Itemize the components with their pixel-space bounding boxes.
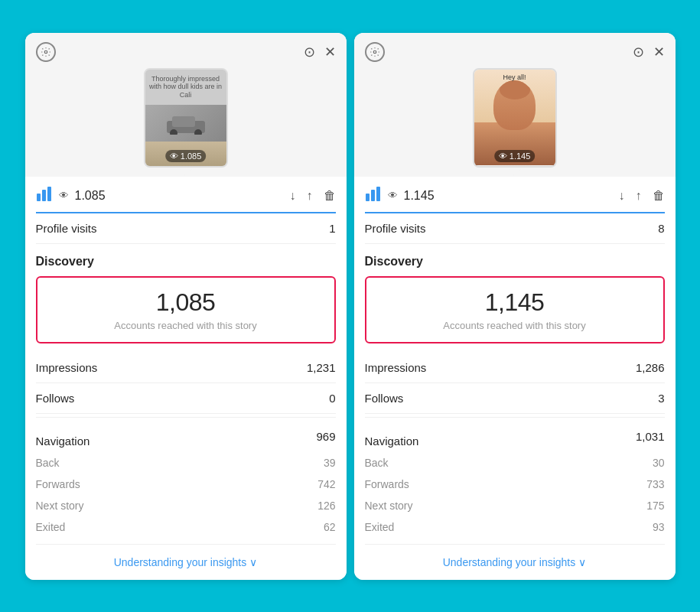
impressions-value-2: 1,286 — [636, 361, 665, 374]
header-actions-2: ⊙ ✕ — [633, 44, 665, 60]
insights-link-text-1: Understanding your insights — [114, 556, 247, 568]
nav-forwards-label-1: Forwards — [36, 478, 80, 490]
delete-action-icon-2[interactable]: 🗑 — [653, 189, 665, 203]
chevron-down-icon-2: ∨ — [578, 556, 586, 568]
discovery-box-1: 1,085 Accounts reached with this story — [36, 276, 336, 343]
thumb-pointer-2 — [507, 168, 523, 177]
navigation-total-row-1: Navigation 969 — [36, 417, 336, 452]
eye-icon-1: 👁 — [59, 190, 69, 201]
profile-visits-value-1: 1 — [329, 222, 335, 235]
view-count-1: 1.085 — [75, 189, 106, 203]
nav-back-value-1: 39 — [324, 457, 336, 469]
nav-nextstory-label-1: Next story — [36, 500, 84, 512]
impressions-row-1: Impressions 1,231 — [36, 353, 336, 383]
stat-header-row-2: 👁 1.145 ↓ ↑ 🗑 — [365, 177, 665, 213]
story-card-1: ⊙ ✕ Thoroughly impressed with how dull k… — [25, 33, 347, 580]
insights-link-2[interactable]: Understanding your insights ∨ — [443, 556, 587, 568]
thumb-views-1: 👁 1.085 — [165, 150, 207, 162]
card-body-2: 👁 1.145 ↓ ↑ 🗑 Profile visits 8 Discovery… — [354, 177, 676, 580]
nav-forwards-row-2: Forwards 733 — [365, 474, 665, 495]
main-wrapper: ⊙ ✕ Thoroughly impressed with how dull k… — [10, 18, 691, 595]
nav-nextstory-value-2: 175 — [646, 500, 664, 512]
discovery-number-2: 1,145 — [374, 288, 656, 317]
nav-nextstory-row-2: Next story 175 — [365, 495, 665, 516]
nav-exited-value-2: 93 — [653, 521, 665, 533]
download-icon-2[interactable]: ⊙ — [633, 44, 644, 60]
card-header-1: ⊙ ✕ Thoroughly impressed with how dull k… — [25, 33, 347, 177]
navigation-label-1: Navigation — [36, 426, 90, 448]
navigation-total-row-2: Navigation 1,031 — [365, 417, 665, 452]
navigation-label-2: Navigation — [365, 426, 419, 448]
thumb-caption-1: Thoroughly impressed with how dull kids … — [145, 70, 226, 106]
eye-icon-2: 👁 — [388, 190, 398, 201]
download-action-icon-1[interactable]: ↓ — [290, 189, 296, 203]
bar-chart-icon-1 — [36, 186, 53, 206]
discovery-title-1: Discovery — [36, 244, 336, 276]
header-icons-2: ⊙ ✕ — [365, 42, 665, 62]
discovery-label-2: Accounts reached with this story — [374, 320, 656, 331]
follows-row-1: Follows 0 — [36, 383, 336, 414]
discovery-label-1: Accounts reached with this story — [45, 320, 327, 331]
delete-action-icon-1[interactable]: 🗑 — [324, 189, 336, 203]
download-icon-1[interactable]: ⊙ — [304, 44, 315, 60]
nav-back-row-1: Back 39 — [36, 452, 336, 474]
navigation-value-2: 1,031 — [636, 430, 665, 443]
action-icons-1: ↓ ↑ 🗑 — [290, 189, 336, 203]
svg-point-0 — [44, 50, 47, 54]
insights-footer-1: Understanding your insights ∨ — [36, 544, 336, 580]
person-face — [493, 80, 536, 130]
insights-link-1[interactable]: Understanding your insights ∨ — [114, 556, 258, 568]
nav-back-row-2: Back 30 — [365, 452, 665, 474]
discovery-number-1: 1,085 — [45, 288, 327, 317]
discovery-title-2: Discovery — [365, 244, 665, 276]
profile-visits-row-2: Profile visits 8 — [365, 213, 665, 244]
svg-rect-2 — [172, 116, 195, 127]
nav-back-label-1: Back — [36, 457, 60, 469]
nav-exited-label-2: Exited — [365, 521, 395, 533]
profile-visits-row-1: Profile visits 1 — [36, 213, 336, 244]
nav-exited-row-2: Exited 93 — [365, 516, 665, 538]
insights-footer-2: Understanding your insights ∨ — [365, 544, 665, 580]
stat-header-left-2: 👁 1.145 — [365, 186, 435, 206]
svg-rect-10 — [371, 190, 375, 201]
card-header-2: ⊙ ✕ Hey all! 👁 — [354, 33, 676, 177]
nav-exited-row-1: Exited 62 — [36, 516, 336, 538]
header-icons-1: ⊙ ✕ — [36, 42, 336, 62]
story-card-2: ⊙ ✕ Hey all! 👁 — [354, 33, 676, 580]
person-hair — [500, 80, 530, 99]
nav-forwards-label-2: Forwards — [365, 478, 409, 490]
nav-back-label-2: Back — [365, 457, 389, 469]
nav-exited-label-1: Exited — [36, 521, 66, 533]
follows-label-1: Follows — [36, 392, 75, 405]
close-icon-1[interactable]: ✕ — [324, 44, 336, 60]
navigation-value-1: 969 — [316, 430, 335, 443]
svg-rect-9 — [366, 194, 370, 201]
stat-header-left-1: 👁 1.085 — [36, 186, 106, 206]
thumb-views-2: 👁 1.145 — [494, 150, 536, 162]
nav-items-2: Back 30 Forwards 733 Next story 175 Exit… — [365, 452, 665, 538]
nav-exited-value-1: 62 — [324, 521, 336, 533]
impressions-value-1: 1,231 — [307, 361, 336, 374]
share-action-icon-1[interactable]: ↑ — [307, 189, 313, 203]
share-action-icon-2[interactable]: ↑ — [636, 189, 642, 203]
view-count-2: 1.145 — [404, 189, 435, 203]
impressions-label-2: Impressions — [365, 361, 427, 374]
chevron-down-icon-1: ∨ — [249, 556, 257, 568]
story-thumbnail-1: Thoroughly impressed with how dull kids … — [144, 68, 228, 168]
profile-visits-label-1: Profile visits — [36, 222, 97, 235]
action-icons-2: ↓ ↑ 🗑 — [619, 189, 665, 203]
svg-rect-6 — [42, 190, 46, 201]
close-icon-2[interactable]: ✕ — [653, 44, 665, 60]
thumb-caption-2: Hey all! — [503, 73, 526, 81]
settings-icon-1[interactable] — [36, 42, 56, 62]
thumb-pointer-1 — [178, 168, 194, 177]
nav-forwards-value-1: 742 — [317, 478, 335, 490]
settings-icon-2[interactable] — [365, 42, 385, 62]
download-action-icon-2[interactable]: ↓ — [619, 189, 625, 203]
svg-point-8 — [373, 50, 376, 54]
card-body-1: 👁 1.085 ↓ ↑ 🗑 Profile visits 1 Discovery… — [25, 177, 347, 580]
svg-rect-5 — [37, 194, 41, 201]
header-actions-1: ⊙ ✕ — [304, 44, 336, 60]
nav-forwards-row-1: Forwards 742 — [36, 474, 336, 495]
nav-forwards-value-2: 733 — [646, 478, 664, 490]
